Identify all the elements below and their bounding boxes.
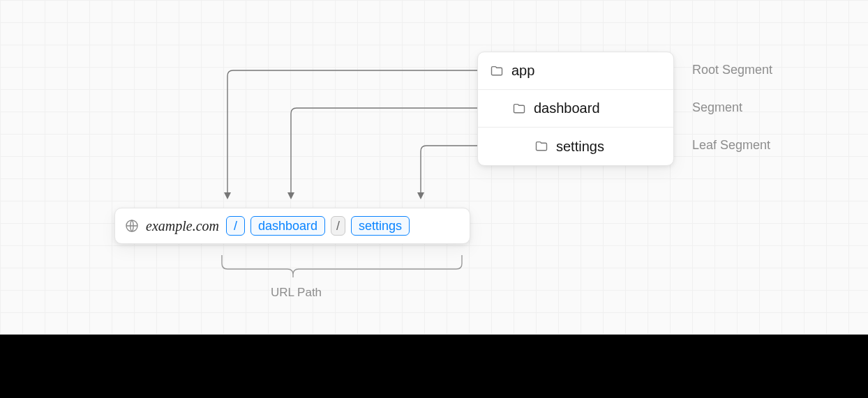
url-path-label: URL Path: [271, 286, 322, 300]
connector-arrows: [0, 0, 868, 335]
tree-item-label: dashboard: [534, 100, 600, 116]
url-slash-separator: /: [331, 216, 345, 236]
tree-row-settings: settings: [478, 128, 673, 165]
annotation-root-segment: Root Segment: [692, 63, 772, 77]
url-root-slash: /: [226, 216, 245, 236]
diagram-canvas: app dashboard settings Root Segment Segm…: [0, 0, 868, 335]
tree-item-label: app: [511, 63, 534, 79]
url-bar: example.com / dashboard / settings: [114, 208, 470, 244]
folder-icon: [491, 66, 503, 77]
url-domain: example.com: [146, 218, 219, 234]
url-segment-dashboard: dashboard: [250, 216, 325, 236]
tree-row-dashboard: dashboard: [478, 90, 673, 128]
url-segment-settings: settings: [351, 216, 410, 236]
globe-icon: [125, 219, 139, 233]
tree-item-label: settings: [556, 139, 604, 155]
folder-icon: [535, 141, 548, 152]
tree-row-app: app: [478, 52, 673, 90]
annotation-segment: Segment: [692, 100, 742, 115]
annotation-leaf-segment: Leaf Segment: [692, 138, 770, 153]
file-tree: app dashboard settings: [477, 52, 674, 166]
folder-icon: [513, 103, 525, 114]
